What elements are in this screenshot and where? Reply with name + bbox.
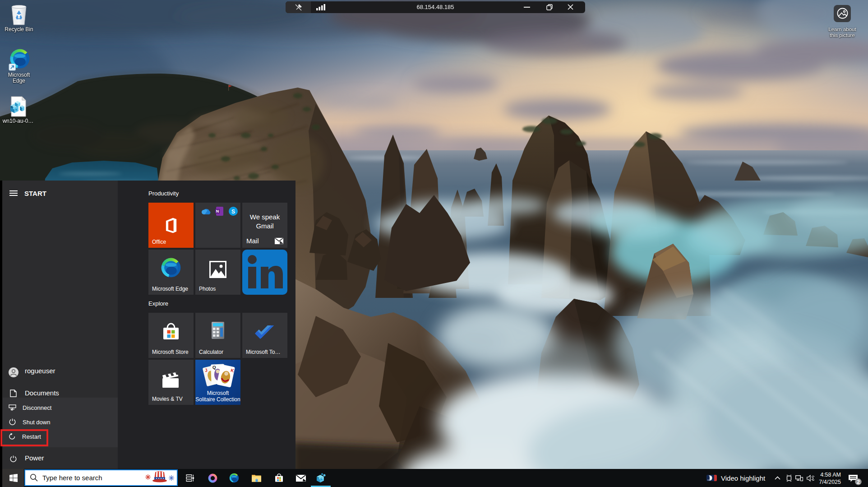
svg-text:2: 2 [857, 479, 860, 485]
svg-text:N: N [216, 209, 219, 213]
svg-text:Q: Q [212, 365, 216, 370]
svg-text:S: S [231, 209, 235, 215]
